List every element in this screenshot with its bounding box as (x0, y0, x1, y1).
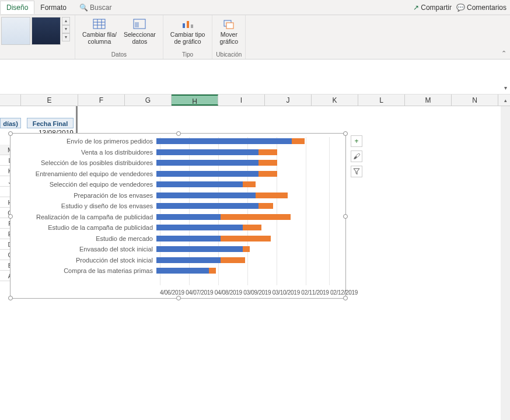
chart-bar-segment-1[interactable] (156, 225, 243, 230)
chart-category-label: Estudio de mercado (16, 235, 156, 242)
change-type-icon (181, 18, 194, 30)
chart-filters-button[interactable] (351, 166, 362, 177)
chart-object[interactable]: Envío de los primeros pedidosVenta a los… (10, 133, 346, 299)
chart-bar[interactable] (156, 246, 331, 252)
svg-rect-6 (135, 22, 139, 27)
column-header-M[interactable]: M (405, 94, 452, 106)
column-header-H[interactable]: H (172, 94, 218, 106)
chart-bar-segment-2[interactable] (243, 181, 256, 187)
chart-bar-segment-1[interactable] (156, 192, 256, 198)
layout-scroll-more[interactable]: ▾ (62, 33, 70, 41)
chart-bar[interactable] (156, 160, 331, 166)
chart-x-axis-labels: 4/06/2019 04/07/2019 04/08/2019 03/09/20… (160, 289, 358, 296)
chart-bar-segment-2[interactable] (256, 192, 288, 198)
chart-gridline (306, 137, 306, 285)
chart-bar[interactable] (156, 192, 331, 198)
chart-layout-thumb-1[interactable] (1, 17, 30, 45)
vscroll-up[interactable]: ▴ (501, 94, 510, 106)
search-box[interactable]: 🔍 Buscar (79, 4, 111, 12)
chart-elements-button[interactable]: + (351, 135, 362, 147)
chart-bar[interactable] (156, 149, 331, 155)
comments-button[interactable]: 💬 Comentarios (456, 4, 506, 12)
chart-bar-segment-1[interactable] (156, 138, 292, 144)
share-label: Compartir (421, 4, 452, 12)
chart-bar-segment-2[interactable] (221, 257, 245, 263)
column-header-I[interactable]: I (218, 94, 265, 106)
chart-bar-segment-2[interactable] (221, 214, 291, 220)
layout-scroll-up[interactable]: ▴ (62, 17, 70, 25)
ribbon-group-label-tipo: Tipo (182, 51, 193, 59)
layout-scroll-down[interactable]: ▾ (62, 25, 70, 33)
column-header-F[interactable]: F (78, 94, 125, 106)
chart-bar[interactable] (156, 181, 331, 187)
chart-bar-segment-2[interactable] (221, 236, 271, 242)
chart-bar-segment-2[interactable] (209, 268, 216, 274)
ribbon-group-layouts: ▴ ▾ ▾ (0, 15, 75, 59)
chart-bar-segment-1[interactable] (156, 268, 209, 274)
plus-icon: + (354, 137, 358, 145)
column-header-G[interactable]: G (125, 94, 172, 106)
chart-styles-button[interactable]: 🖌 (351, 150, 362, 162)
formula-bar-area: ▾ (0, 60, 510, 94)
chart-bar-segment-2[interactable] (243, 246, 250, 252)
column-headers: EFGHIJKLMN ▴ (0, 94, 510, 106)
svg-rect-8 (187, 21, 189, 28)
chart-bar-row: Estudio de mercado (16, 233, 340, 244)
chart-bar[interactable] (156, 171, 331, 177)
chart-gridline (160, 137, 160, 285)
vertical-scrollbar[interactable] (501, 106, 510, 420)
move-chart-button[interactable]: Mover gráfico (216, 17, 242, 46)
switch-rowcol-label: Cambiar fila/ columna (82, 31, 117, 45)
chart-bar-segment-2[interactable] (259, 160, 277, 166)
chart-bar-segment-1[interactable] (156, 246, 243, 252)
chart-bar-segment-1[interactable] (156, 236, 221, 242)
chart-bar[interactable] (156, 225, 331, 230)
chart-bar-segment-1[interactable] (156, 214, 221, 220)
chart-bar[interactable] (156, 138, 331, 144)
spreadsheet-grid[interactable]: días) Fecha Final 13/08/2019 MLKJIHGFEDC… (0, 106, 501, 420)
chart-plot-area[interactable]: Envío de los primeros pedidosVenta a los… (11, 134, 345, 298)
ribbon-group-data: Cambiar fila/ columna Seleccionar datos … (75, 15, 163, 59)
svg-rect-11 (226, 23, 233, 29)
chart-bar[interactable] (156, 236, 331, 242)
select-data-button[interactable]: Seleccionar datos (120, 17, 159, 46)
chart-category-label: Entrenamiento del equipo de vendedores (16, 170, 156, 177)
collapse-ribbon-button[interactable]: ⌃ (501, 50, 506, 57)
chart-bar-segment-2[interactable] (259, 203, 273, 209)
column-header-K[interactable]: K (312, 94, 358, 106)
chart-bar-segment-1[interactable] (156, 257, 221, 263)
chart-bar-segment-2[interactable] (259, 149, 277, 155)
chart-bar[interactable] (156, 268, 331, 274)
chart-category-label: Envasado del stock inicial (16, 246, 156, 253)
chart-layout-thumb-2[interactable] (32, 17, 61, 45)
chart-bar-segment-1[interactable] (156, 149, 259, 155)
chart-bar-segment-1[interactable] (156, 203, 259, 209)
svg-rect-0 (93, 19, 105, 29)
chart-bar-segment-1[interactable] (156, 160, 259, 166)
chart-bar-segment-2[interactable] (292, 138, 305, 144)
column-header-N[interactable]: N (452, 94, 498, 106)
chart-bar[interactable] (156, 214, 331, 220)
select-all-corner[interactable] (0, 94, 21, 106)
ribbon-tab-strip: Diseño Formato 🔍 Buscar ↗ Compartir 💬 Co… (0, 0, 510, 15)
switch-row-col-button[interactable]: Cambiar fila/ columna (79, 17, 120, 46)
tab-design[interactable]: Diseño (0, 1, 34, 14)
column-header-J[interactable]: J (265, 94, 312, 106)
share-icon: ↗ (413, 4, 419, 12)
chart-bar-segment-2[interactable] (243, 225, 261, 230)
ribbon-group-location: Mover gráfico Ubicación (212, 15, 246, 59)
chart-category-label: Compra de las materias primas (16, 267, 156, 274)
chart-bar[interactable] (156, 257, 331, 263)
chart-bar-segment-2[interactable] (259, 171, 277, 177)
column-header-L[interactable]: L (358, 94, 405, 106)
share-button[interactable]: ↗ Compartir (413, 4, 452, 12)
chart-bar[interactable] (156, 203, 331, 209)
chart-gridline (218, 137, 219, 285)
change-chart-type-button[interactable]: Cambiar tipo de gráfico (167, 17, 209, 46)
chart-bar-row: Selección de los posibles distribuidores (16, 158, 340, 169)
tab-format[interactable]: Formato (34, 1, 72, 14)
ribbon-group-type: Cambiar tipo de gráfico Tipo (163, 15, 213, 59)
chart-bar-segment-1[interactable] (156, 171, 259, 177)
chart-bar-segment-1[interactable] (156, 181, 243, 187)
column-header-E[interactable]: E (21, 94, 78, 106)
